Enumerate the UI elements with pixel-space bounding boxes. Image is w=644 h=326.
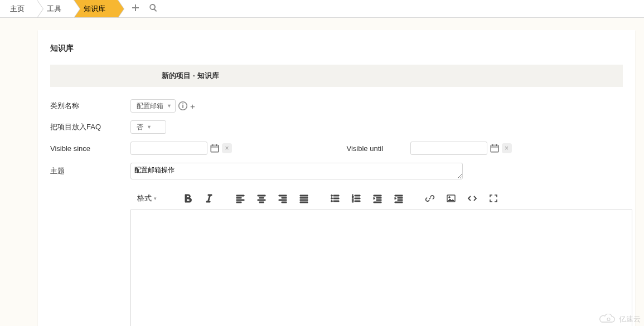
- chevron-down-icon: ▾: [154, 196, 157, 201]
- align-left-icon: [235, 193, 245, 203]
- outdent-icon: [372, 193, 382, 203]
- tab-home[interactable]: 主页: [0, 0, 37, 17]
- chevron-down-icon: ▼: [147, 124, 152, 130]
- clear-until-button[interactable]: ×: [502, 143, 512, 153]
- expand-icon: [488, 193, 498, 203]
- label-subject: 主题: [50, 163, 130, 176]
- faq-select[interactable]: 否 ▼: [130, 120, 166, 134]
- label-faq: 把项目放入FAQ: [50, 122, 130, 132]
- plus-icon: [131, 3, 140, 12]
- add-tab-button[interactable]: [131, 3, 140, 14]
- calendar-icon[interactable]: [210, 143, 220, 153]
- rich-text-editor: 格式 ▾ 123: [130, 188, 632, 326]
- indent-button[interactable]: [389, 190, 408, 207]
- format-dropdown-label: 格式: [137, 193, 152, 203]
- fullscreen-button[interactable]: [484, 190, 503, 207]
- search-icon: [149, 3, 158, 12]
- svg-rect-4: [491, 145, 498, 152]
- link-icon: [425, 193, 435, 203]
- tab-kb-label: 知识库: [84, 4, 105, 14]
- category-select-value: 配置邮箱: [137, 101, 163, 111]
- faq-select-value: 否: [137, 123, 143, 132]
- tab-home-label: 主页: [10, 4, 25, 14]
- align-right-icon: [278, 193, 288, 203]
- subject-input[interactable]: [130, 163, 463, 179]
- align-center-icon: [256, 193, 267, 203]
- svg-point-7: [331, 201, 333, 202]
- category-select[interactable]: 配置邮箱 ▼: [130, 99, 176, 113]
- kb-card: 知识库 新的项目 - 知识库 类别名称 配置邮箱 ▼ + 把项目放入FAQ 否 …: [38, 30, 635, 326]
- align-justify-button[interactable]: [294, 190, 313, 207]
- svg-point-12: [449, 197, 451, 198]
- label-category: 类别名称: [50, 101, 130, 111]
- align-justify-icon: [299, 193, 309, 203]
- link-button[interactable]: [420, 190, 439, 207]
- indent-icon: [394, 193, 404, 203]
- svg-point-6: [331, 198, 333, 200]
- info-icon[interactable]: [178, 101, 188, 111]
- bold-icon: [183, 193, 193, 203]
- unordered-list-button[interactable]: [326, 190, 345, 207]
- outdent-button[interactable]: [368, 190, 387, 207]
- ordered-list-button[interactable]: 123: [347, 190, 366, 207]
- svg-rect-2: [182, 104, 183, 105]
- visible-since-input[interactable]: [130, 142, 207, 155]
- italic-icon: [204, 193, 214, 203]
- italic-button[interactable]: [200, 190, 219, 207]
- editor-content[interactable]: [130, 210, 632, 326]
- svg-text:3: 3: [352, 200, 354, 203]
- align-left-button[interactable]: [231, 190, 250, 207]
- section-header-text: 新的项目 - 知识库: [162, 71, 219, 81]
- top-tab-bar: 主页 工具 知识库: [0, 0, 644, 18]
- align-center-button[interactable]: [252, 190, 271, 207]
- image-button[interactable]: [442, 190, 461, 207]
- align-right-button[interactable]: [273, 190, 292, 207]
- bold-button[interactable]: [178, 190, 197, 207]
- code-icon: [467, 193, 477, 203]
- format-dropdown[interactable]: 格式 ▾: [130, 190, 166, 207]
- list-ul-icon: [330, 193, 340, 203]
- add-category-button[interactable]: +: [190, 101, 195, 111]
- section-header: 新的项目 - 知识库: [50, 65, 623, 87]
- svg-rect-3: [211, 145, 219, 152]
- tab-tools-label: 工具: [47, 4, 61, 14]
- search-button[interactable]: [149, 3, 158, 14]
- image-icon: [446, 193, 456, 203]
- svg-rect-1: [182, 105, 183, 108]
- calendar-icon[interactable]: [490, 143, 500, 153]
- code-button[interactable]: [463, 190, 482, 207]
- list-ol-icon: 123: [351, 193, 361, 203]
- clear-since-button[interactable]: ×: [222, 143, 232, 153]
- label-visible-since: Visible since: [50, 144, 130, 153]
- svg-point-5: [331, 195, 333, 197]
- visible-until-input[interactable]: [410, 142, 487, 155]
- editor-toolbar: 格式 ▾ 123: [130, 188, 632, 208]
- chevron-down-icon: ▼: [167, 103, 172, 109]
- card-title: 知识库: [50, 43, 623, 53]
